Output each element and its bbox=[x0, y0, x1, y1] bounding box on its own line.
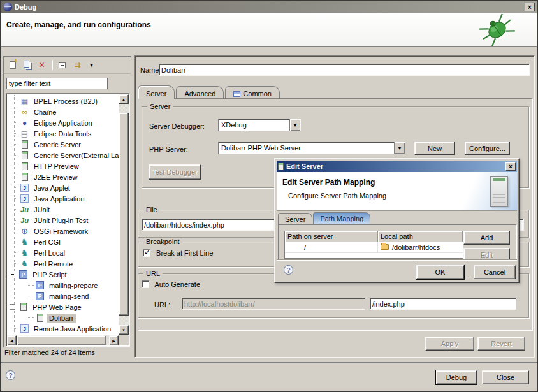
header-banner: Create, manage, and run configurations bbox=[1, 13, 537, 47]
tree-item[interactable]: Java Applet bbox=[8, 182, 129, 193]
tree-item-icon bbox=[19, 259, 30, 268]
tree-item-icon bbox=[19, 184, 30, 192]
tab-common[interactable]: Common bbox=[225, 86, 280, 99]
configurations-tree: ▲ ▼ ◀ ▶ BPEL Process (B2J) bbox=[6, 93, 130, 347]
chevron-down-icon[interactable]: ▼ bbox=[289, 119, 300, 131]
tree-item-label: mailing-prepare bbox=[47, 281, 99, 290]
tree-horizontal-scrollbar[interactable]: ◀ ▶ bbox=[7, 335, 119, 345]
revert-button[interactable]: Revert bbox=[477, 337, 525, 351]
duplicate-icon[interactable] bbox=[21, 59, 33, 71]
server-debugger-select[interactable]: XDebug ▼ bbox=[218, 119, 301, 131]
apply-button[interactable]: Apply bbox=[425, 337, 474, 351]
new-configuration-icon[interactable] bbox=[6, 59, 18, 71]
tab-advanced-label: Advanced bbox=[184, 90, 215, 98]
dialog-titlebar[interactable]: Edit Server × bbox=[277, 161, 517, 172]
tree-item[interactable]: Eclipse Application bbox=[8, 117, 129, 128]
tab-path-mapping[interactable]: Path Mapping bbox=[313, 212, 370, 225]
path-mapping-row[interactable]: / /dolibarr/htdocs bbox=[285, 242, 463, 253]
tree-item-icon bbox=[19, 151, 30, 160]
column-path-on-server[interactable]: Path on server bbox=[285, 231, 378, 242]
ok-button[interactable]: OK bbox=[416, 265, 464, 279]
tree-item[interactable]: J2EE Preview bbox=[8, 171, 129, 182]
tab-server-label: Server bbox=[146, 90, 166, 98]
url-path-input[interactable] bbox=[370, 298, 516, 310]
chevron-down-icon[interactable]: ▼ bbox=[394, 142, 405, 154]
tree-item[interactable]: Eclipse Data Tools bbox=[8, 128, 129, 139]
scroll-right-icon[interactable]: ▶ bbox=[109, 335, 119, 345]
tree-item[interactable]: Chaîne bbox=[8, 106, 129, 117]
tree-item-label: PHP Web Page bbox=[31, 303, 84, 312]
tree-collapse-icon[interactable] bbox=[10, 304, 15, 310]
tree-item[interactable]: Generic Server(External La bbox=[8, 150, 129, 161]
filter-input[interactable] bbox=[6, 78, 108, 89]
new-server-button[interactable]: New bbox=[414, 142, 455, 155]
help-icon[interactable]: ? bbox=[6, 370, 15, 380]
tree-item-icon bbox=[19, 162, 30, 171]
tree-item[interactable]: Remote Java Application bbox=[8, 323, 129, 334]
footer-separator bbox=[1, 362, 537, 363]
tree-item-label: Generic Server(External La bbox=[32, 151, 120, 160]
dialog-close-button[interactable]: × bbox=[505, 162, 516, 171]
tree-item[interactable]: Dolibarr bbox=[8, 312, 129, 323]
add-mapping-button[interactable]: Add bbox=[463, 231, 510, 245]
dialog-help-icon[interactable]: ? bbox=[284, 265, 293, 275]
break-first-line-checkbox[interactable] bbox=[143, 249, 150, 257]
tree-item[interactable]: Java Application bbox=[8, 193, 129, 204]
cancel-button[interactable]: Cancel bbox=[474, 265, 516, 279]
tree-item[interactable]: JUnit bbox=[8, 204, 129, 215]
test-debugger-button[interactable]: Test Debugger bbox=[149, 164, 201, 180]
tree-item[interactable]: mailing-prepare bbox=[8, 280, 129, 291]
tree-item-label: OSGi Framework bbox=[32, 227, 90, 236]
tree-item[interactable]: PHP Web Page bbox=[8, 301, 129, 312]
tree-guide-stub bbox=[13, 122, 18, 123]
tree-guide-stub bbox=[13, 112, 18, 112]
tree-item[interactable]: mailing-send bbox=[8, 291, 129, 301]
column-local-path[interactable]: Local path bbox=[378, 231, 463, 242]
tree-guide-stub bbox=[13, 263, 18, 264]
tree-item-label: J2EE Preview bbox=[32, 173, 79, 182]
close-button[interactable]: Close bbox=[482, 370, 529, 384]
break-first-line-row: Break at First Line bbox=[143, 249, 213, 257]
auto-generate-checkbox[interactable] bbox=[142, 280, 149, 288]
name-input[interactable] bbox=[159, 64, 530, 76]
toolbar-menu-dropdown-icon[interactable]: ▼ bbox=[85, 59, 98, 71]
tree-item[interactable]: Perl Local bbox=[8, 247, 129, 258]
tab-server-settings[interactable]: Server bbox=[278, 213, 312, 225]
tree-item[interactable]: BPEL Process (B2J) bbox=[8, 96, 129, 106]
tree-item[interactable]: HTTP Preview bbox=[8, 161, 129, 171]
tree-item-icon bbox=[19, 194, 30, 203]
scroll-left-icon[interactable]: ◀ bbox=[7, 335, 17, 345]
debug-button[interactable]: Debug bbox=[436, 370, 477, 384]
horizontal-scroll-thumb[interactable] bbox=[17, 335, 106, 345]
php-server-select[interactable]: Dolibarr PHP Web Server ▼ bbox=[218, 142, 405, 154]
tree-item[interactable]: Generic Server bbox=[8, 139, 129, 150]
window-titlebar[interactable]: Debug × bbox=[1, 1, 537, 13]
path-on-server-cell: / bbox=[285, 242, 378, 252]
tree-item-label: Perl Remote bbox=[32, 259, 75, 268]
debug-bug-icon bbox=[477, 14, 518, 46]
tab-advanced[interactable]: Advanced bbox=[176, 86, 224, 99]
tree-item[interactable]: PHP Script bbox=[8, 269, 129, 280]
filter-icon[interactable]: ⇉ bbox=[71, 59, 83, 71]
tree-item[interactable]: JUnit Plug-in Test bbox=[8, 215, 129, 226]
dialog-header: Edit Server Path Mapping Configure Serve… bbox=[277, 172, 517, 211]
tree-item-icon bbox=[19, 216, 30, 225]
configure-button[interactable]: Configure... bbox=[465, 142, 510, 155]
tree-item-label: Eclipse Data Tools bbox=[32, 129, 93, 138]
tree-item[interactable]: OSGi Framework bbox=[8, 226, 129, 236]
tree-item-icon bbox=[18, 303, 29, 312]
tree-item[interactable]: Perl CGI bbox=[8, 236, 129, 247]
tab-server[interactable]: Server bbox=[138, 85, 175, 99]
tree-item-label: Eclipse Application bbox=[32, 119, 94, 127]
window-close-button[interactable]: × bbox=[525, 3, 535, 11]
dialog-title: Edit Server bbox=[286, 163, 323, 170]
php-server-value: Dolibarr PHP Web Server bbox=[219, 144, 394, 152]
collapse-all-icon[interactable] bbox=[56, 59, 68, 71]
tree-guide-stub bbox=[13, 328, 18, 329]
tree-item[interactable]: Perl Remote bbox=[8, 258, 129, 269]
tree-collapse-icon[interactable] bbox=[10, 272, 15, 277]
tree-item-label: PHP Script bbox=[31, 270, 69, 279]
delete-icon[interactable]: ✕ bbox=[36, 59, 48, 71]
tree-guide-stub bbox=[13, 144, 18, 145]
tree-guide-stub bbox=[13, 101, 18, 101]
